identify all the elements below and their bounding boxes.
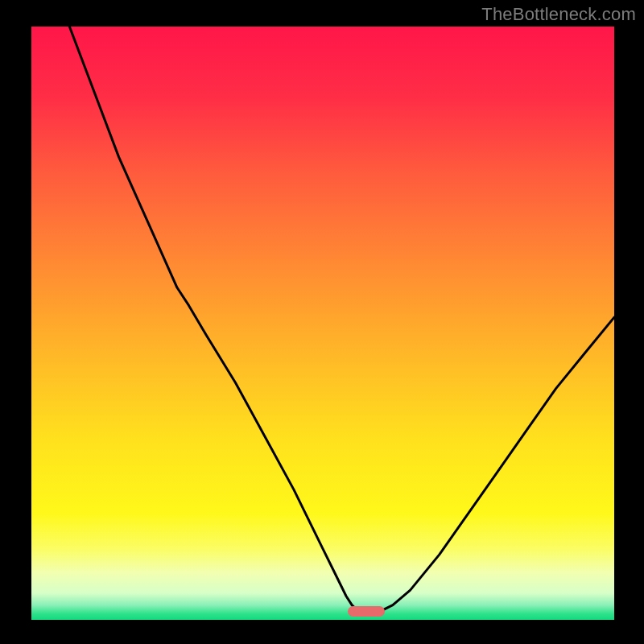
svg-rect-3 [0,0,31,644]
svg-rect-4 [614,0,644,644]
optimal-marker [348,606,385,617]
bottleneck-curve [31,27,614,620]
plot-area [31,27,614,620]
svg-rect-2 [0,620,644,644]
watermark-text: TheBottleneck.com [481,4,636,25]
